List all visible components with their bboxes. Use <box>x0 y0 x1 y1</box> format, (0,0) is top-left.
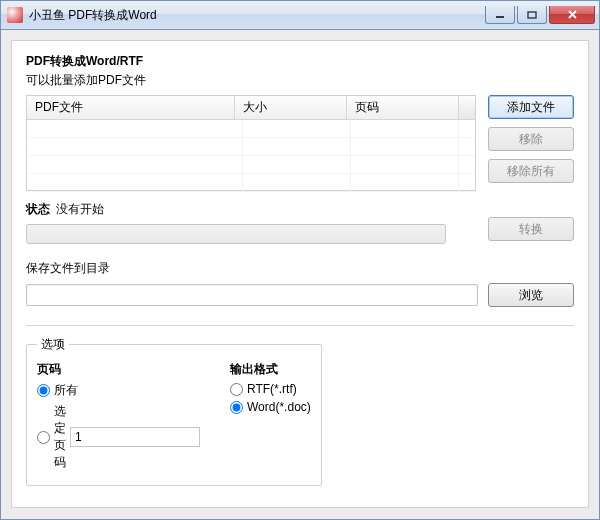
save-label: 保存文件到目录 <box>26 260 574 277</box>
main-panel: PDF转换成Word/RTF 可以批量添加PDF文件 PDF文件 大小 页码 <box>11 40 589 508</box>
minimize-icon <box>495 11 505 19</box>
window-buttons <box>485 6 595 24</box>
radio-selected-label: 选定页码 <box>54 403 66 471</box>
convert-button[interactable]: 转换 <box>488 217 574 241</box>
table-row <box>27 156 475 174</box>
table-header: PDF文件 大小 页码 <box>27 96 475 120</box>
radio-rtf-input[interactable] <box>230 383 243 396</box>
radio-rtf[interactable]: RTF(*.rtf) <box>230 382 311 396</box>
svg-rect-0 <box>496 16 504 18</box>
table-row <box>27 138 475 156</box>
page-number-input[interactable] <box>70 427 200 447</box>
radio-selected-input[interactable] <box>37 431 50 444</box>
add-file-button[interactable]: 添加文件 <box>488 95 574 119</box>
output-format-title: 输出格式 <box>230 361 311 378</box>
col-pages[interactable]: 页码 <box>347 96 459 119</box>
close-icon <box>567 10 578 19</box>
status-value: 没有开始 <box>56 201 104 218</box>
svg-rect-1 <box>528 12 536 18</box>
radio-doc-label: Word(*.doc) <box>247 400 311 414</box>
section-sub: 可以批量添加PDF文件 <box>26 72 574 89</box>
radio-all-pages[interactable]: 所有 <box>37 382 200 399</box>
progress-bar <box>26 224 446 244</box>
col-scroll <box>459 96 475 119</box>
options-fieldset: 选项 页码 所有 选定页码 输出格式 <box>26 336 322 486</box>
col-size[interactable]: 大小 <box>235 96 347 119</box>
file-table[interactable]: PDF文件 大小 页码 <box>26 95 476 191</box>
col-file[interactable]: PDF文件 <box>27 96 235 119</box>
browse-button[interactable]: 浏览 <box>488 283 574 307</box>
radio-doc[interactable]: Word(*.doc) <box>230 400 311 414</box>
title-bar: 小丑鱼 PDF转换成Word <box>0 0 600 30</box>
table-row <box>27 174 475 192</box>
radio-all-label: 所有 <box>54 382 78 399</box>
section-heading: PDF转换成Word/RTF <box>26 53 574 70</box>
window-client: PDF转换成Word/RTF 可以批量添加PDF文件 PDF文件 大小 页码 <box>0 30 600 520</box>
divider <box>26 325 574 326</box>
options-legend: 选项 <box>37 336 69 353</box>
minimize-button[interactable] <box>485 6 515 24</box>
maximize-button[interactable] <box>517 6 547 24</box>
table-body <box>27 120 475 192</box>
status-label: 状态 <box>26 201 50 218</box>
save-path-input[interactable] <box>26 284 478 306</box>
remove-button[interactable]: 移除 <box>488 127 574 151</box>
table-row <box>27 120 475 138</box>
radio-all-input[interactable] <box>37 384 50 397</box>
window-title: 小丑鱼 PDF转换成Word <box>29 7 485 24</box>
remove-all-button[interactable]: 移除所有 <box>488 159 574 183</box>
close-button[interactable] <box>549 6 595 24</box>
pages-title: 页码 <box>37 361 200 378</box>
radio-doc-input[interactable] <box>230 401 243 414</box>
maximize-icon <box>527 11 537 19</box>
radio-rtf-label: RTF(*.rtf) <box>247 382 297 396</box>
radio-selected-pages[interactable]: 选定页码 <box>37 403 200 471</box>
app-icon <box>7 7 23 23</box>
